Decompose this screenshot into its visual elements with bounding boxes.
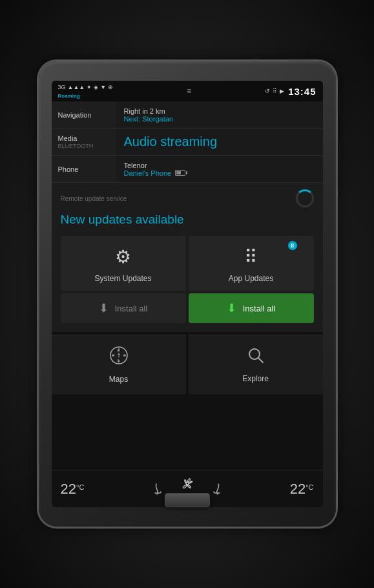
seat-left-icon[interactable]: [152, 482, 166, 496]
navigation-line2: Next: Storgatan: [124, 115, 173, 123]
update-tiles-grid: ⚙ System Updates 8 ⠿ App Updates: [61, 236, 314, 291]
compass-icon: N S W E: [109, 346, 129, 370]
status-right: ↺ ⠿ ▶ 13:45: [265, 86, 316, 97]
media-row: Media BLUETOOTH Audio streaming: [52, 129, 323, 156]
phone-label-cell: Phone: [52, 156, 116, 182]
status-icons: 3G ▲▲▲ ✦ ◈ ▼ ⊕: [58, 84, 114, 90]
battery-fill: [176, 171, 181, 174]
temp-right-unit: °C: [306, 483, 313, 491]
physical-home-button[interactable]: [165, 493, 210, 507]
media-value-text: Audio streaming: [124, 134, 218, 149]
phone-row: Phone Telenor Daniel's Phone: [52, 156, 323, 183]
apps-grid-icon: ⠿: [244, 246, 258, 268]
clock: 13:45: [288, 86, 316, 97]
loading-spinner: [296, 189, 314, 207]
usb-icon: ⊕: [108, 84, 113, 90]
explore-label: Explore: [242, 374, 269, 383]
system-updates-tile[interactable]: ⚙ System Updates: [61, 236, 186, 291]
battery-icon: [175, 170, 187, 176]
app-updates-tile[interactable]: 8 ⠿ App Updates: [189, 236, 314, 291]
phone-value: Telenor Daniel's Phone: [116, 156, 196, 182]
phone-line2-row: Daniel's Phone: [124, 169, 188, 177]
svg-marker-9: [118, 353, 120, 355]
temp-right-value: 22: [290, 481, 306, 498]
bottom-tiles-grid: N S W E Maps: [52, 335, 323, 394]
temp-left-value: 22: [61, 481, 76, 498]
install-apps-button[interactable]: ⬇ Install all: [189, 293, 314, 323]
menu-lines-icon: ≡: [187, 87, 191, 96]
install-system-button[interactable]: ⬇ Install all: [61, 293, 186, 323]
bluetooth-icon: ✦: [87, 84, 92, 90]
media-value: Audio streaming: [116, 129, 225, 155]
battery-body: [175, 170, 185, 176]
media-sub-label: BLUETOOTH: [58, 143, 110, 149]
network-icon: 3G: [58, 84, 66, 90]
seat-right-icon[interactable]: [209, 482, 223, 496]
svg-text:W: W: [111, 353, 114, 357]
maps-tile[interactable]: N S W E Maps: [52, 335, 186, 394]
install-apps-label: Install all: [243, 304, 276, 313]
download-icon-left: ⬇: [99, 301, 109, 315]
install-system-label: Install all: [115, 304, 148, 313]
status-center-menu: ≡: [187, 87, 191, 96]
app-updates-label: App Updates: [229, 274, 273, 283]
media-label-cell: Media BLUETOOTH: [52, 129, 116, 155]
install-buttons-grid: ⬇ Install all ⬇ Install all: [61, 293, 314, 323]
gear-icon: ⚙: [115, 246, 131, 268]
update-service-label: Remote update service: [61, 195, 127, 202]
download-icon-right: ⬇: [227, 301, 236, 315]
explore-tile[interactable]: Explore: [189, 335, 323, 394]
climate-temp-left: 22°C: [61, 481, 85, 498]
wifi-icon: ▼: [100, 84, 106, 90]
dots-icon: ⠿: [273, 88, 277, 94]
media-label: Media: [58, 134, 110, 142]
system-updates-label: System Updates: [94, 274, 151, 283]
svg-marker-10: [118, 355, 120, 358]
navigation-line1: Right in 2 km: [124, 107, 173, 115]
svg-line-12: [258, 358, 263, 362]
maps-label: Maps: [109, 375, 128, 384]
update-title: New updates available: [61, 213, 314, 227]
screen-bezel: 3G ▲▲▲ ✦ ◈ ▼ ⊕ Roaming ≡ ↺ ⠿: [39, 61, 336, 527]
phone-label: Phone: [58, 165, 110, 173]
update-section: Remote update service New updates availa…: [52, 183, 323, 332]
navigation-row: Navigation Right in 2 km Next: Storgatan: [52, 101, 323, 129]
climate-temp-right: 22°C: [290, 481, 314, 498]
phone-line1: Telenor: [124, 162, 188, 169]
info-section: Navigation Right in 2 km Next: Storgatan…: [52, 101, 323, 183]
play-icon: ▶: [280, 88, 284, 94]
signal-bars: ▲▲▲: [68, 84, 85, 90]
roaming-label: Roaming: [58, 93, 80, 99]
refresh-icon: ↺: [265, 88, 270, 94]
app-badge: 8: [288, 241, 297, 250]
battery-tip: [186, 171, 187, 174]
status-bar: 3G ▲▲▲ ✦ ◈ ▼ ⊕ Roaming ≡ ↺ ⠿: [52, 81, 323, 101]
car-frame: 3G ▲▲▲ ✦ ◈ ▼ ⊕ Roaming ≡ ↺ ⠿: [0, 0, 374, 588]
svg-text:N: N: [117, 349, 119, 353]
temp-left-unit: °C: [76, 483, 84, 491]
update-header: Remote update service: [61, 189, 314, 207]
screen: 3G ▲▲▲ ✦ ◈ ▼ ⊕ Roaming ≡ ↺ ⠿: [52, 81, 323, 507]
nav-icon: ◈: [94, 84, 98, 90]
search-icon: [247, 346, 265, 369]
navigation-label: Navigation: [58, 111, 110, 119]
navigation-value: Right in 2 km Next: Storgatan: [116, 101, 181, 128]
status-icons-right: ↺ ⠿ ▶: [265, 88, 284, 94]
status-left: 3G ▲▲▲ ✦ ◈ ▼ ⊕ Roaming: [58, 84, 114, 99]
navigation-label-cell: Navigation: [52, 101, 116, 128]
phone-line2: Daniel's Phone: [124, 169, 172, 177]
